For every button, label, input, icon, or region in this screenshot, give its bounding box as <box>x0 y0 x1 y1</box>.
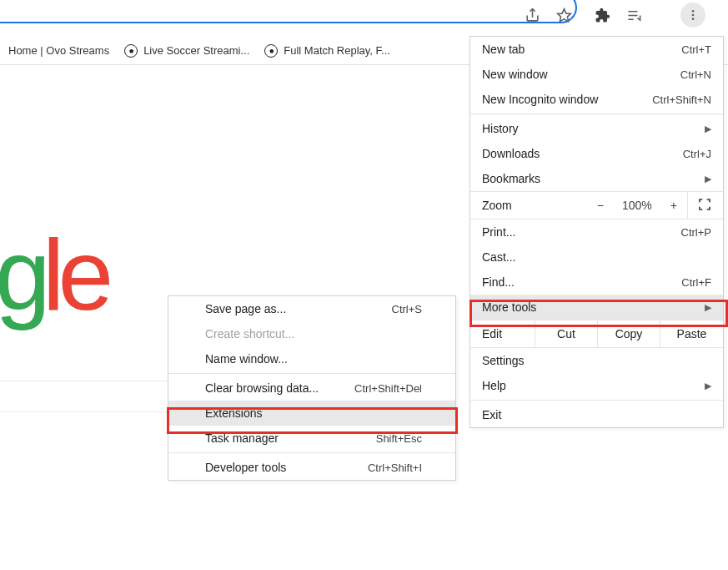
google-logo-fragment: gle <box>0 217 107 332</box>
reading-list-icon[interactable] <box>625 6 643 24</box>
menu-item-settings[interactable]: Settings <box>470 348 723 373</box>
zoom-value: 100% <box>622 199 652 212</box>
menu-item-downloads[interactable]: Downloads Ctrl+J <box>470 141 723 166</box>
bookmark-label: Live Soccer Streami... <box>143 44 249 57</box>
menu-item-exit[interactable]: Exit <box>470 402 723 427</box>
submenu-item-clear-browsing-data[interactable]: Clear browsing data... Ctrl+Shift+Del <box>168 376 455 401</box>
share-icon[interactable] <box>523 6 541 24</box>
edit-copy-button[interactable]: Copy <box>598 320 660 347</box>
menu-separator <box>168 373 455 374</box>
submenu-item-save-page[interactable]: Save page as... Ctrl+S <box>168 296 455 321</box>
extensions-puzzle-icon[interactable] <box>593 6 611 24</box>
menu-item-bookmarks[interactable]: Bookmarks ▶ <box>470 166 723 191</box>
bookmark-label: Full Match Replay, F... <box>284 44 390 57</box>
menu-separator <box>470 113 723 114</box>
bookmark-item[interactable]: Home | Ovo Streams <box>8 44 109 57</box>
menu-item-zoom: Zoom − 100% + <box>470 191 723 219</box>
menu-separator <box>470 400 723 401</box>
menu-item-more-tools[interactable]: More tools ▶ <box>470 295 723 320</box>
bookmark-label: Home | Ovo Streams <box>8 44 109 57</box>
submenu-item-name-window[interactable]: Name window... <box>168 346 455 371</box>
submenu-item-developer-tools[interactable]: Developer tools Ctrl+Shift+I <box>168 455 455 480</box>
omnibox[interactable] <box>0 0 577 23</box>
zoom-in-button[interactable]: + <box>670 199 677 212</box>
divider <box>0 411 167 412</box>
svg-point-5 <box>692 14 695 17</box>
soccer-ball-icon <box>124 44 138 58</box>
menu-item-find[interactable]: Find... Ctrl+F <box>470 270 723 295</box>
svg-point-6 <box>692 18 695 20</box>
svg-point-4 <box>692 10 695 13</box>
menu-item-history[interactable]: History ▶ <box>470 116 723 141</box>
chrome-main-menu: New tab Ctrl+T New window Ctrl+N New Inc… <box>469 36 724 428</box>
chrome-menu-button[interactable] <box>680 3 705 28</box>
submenu-item-create-shortcut[interactable]: Create shortcut... <box>168 321 455 346</box>
edit-cut-button[interactable]: Cut <box>535 320 598 347</box>
bookmark-item[interactable]: Full Match Replay, F... <box>264 44 390 58</box>
menu-item-new-window[interactable]: New window Ctrl+N <box>470 62 723 87</box>
zoom-out-button[interactable]: − <box>597 199 604 212</box>
more-tools-submenu: Save page as... Ctrl+S Create shortcut..… <box>168 295 456 481</box>
svg-marker-0 <box>557 8 570 21</box>
menu-item-new-incognito[interactable]: New Incognito window Ctrl+Shift+N <box>470 87 723 112</box>
menu-separator <box>168 452 455 453</box>
submenu-item-task-manager[interactable]: Task manager Shift+Esc <box>168 426 455 451</box>
menu-item-edit: Edit Cut Copy Paste <box>470 320 723 348</box>
soccer-ball-icon <box>264 44 278 58</box>
menu-item-cast[interactable]: Cast... <box>470 245 723 270</box>
submenu-item-extensions[interactable]: Extensions <box>168 401 455 426</box>
menu-item-new-tab[interactable]: New tab Ctrl+T <box>470 37 723 62</box>
chevron-right-icon: ▶ <box>705 381 711 391</box>
toolbar-row <box>0 0 728 30</box>
divider <box>0 381 167 381</box>
edit-paste-button[interactable]: Paste <box>660 320 723 347</box>
chevron-right-icon: ▶ <box>705 124 711 134</box>
menu-item-help[interactable]: Help ▶ <box>470 373 723 398</box>
menu-item-print[interactable]: Print... Ctrl+P <box>470 219 723 245</box>
chevron-right-icon: ▶ <box>705 174 711 184</box>
bookmark-star-icon[interactable] <box>555 6 573 24</box>
chevron-right-icon: ▶ <box>705 302 711 313</box>
fullscreen-icon[interactable] <box>698 198 711 214</box>
bookmark-item[interactable]: Live Soccer Streami... <box>124 44 249 58</box>
